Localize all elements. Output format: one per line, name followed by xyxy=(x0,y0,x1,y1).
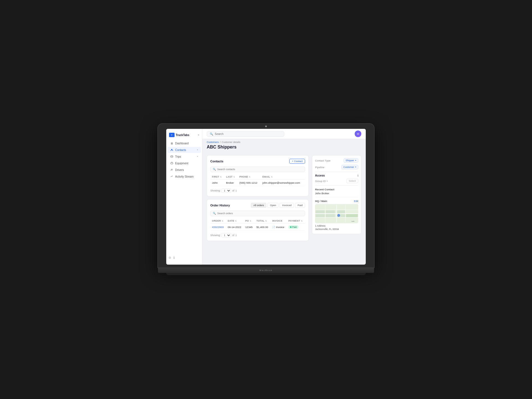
orders-total: 1 xyxy=(236,234,237,237)
order-col-date[interactable]: DATE ⇅ xyxy=(226,218,244,224)
help-icon[interactable]: ℹ xyxy=(173,256,175,260)
svg-rect-14 xyxy=(326,214,335,217)
invoice-doc-icon: 📄 xyxy=(272,226,275,229)
avatar[interactable]: U xyxy=(355,131,361,137)
trips-icon xyxy=(170,155,173,158)
svg-rect-17 xyxy=(316,214,325,217)
logo-text: TruckTabs xyxy=(176,134,189,137)
sort-payment-icon: ⇅ xyxy=(301,220,303,222)
order-col-invoice[interactable]: INVOICE xyxy=(270,218,287,224)
sidebar-label-trips: Trips xyxy=(175,155,181,158)
orders-table: ORDER ⇅ DATE ⇅ PO ⇅ TOTAL ⇅ INVOICE PAYM… xyxy=(210,218,305,231)
page-content: Contacts + Contact 🔍 xyxy=(202,152,366,265)
contacts-col-first[interactable]: FIRST ⇅ xyxy=(210,174,224,180)
orders-pagination: Showing: 1 of 1 xyxy=(210,233,305,237)
search-orders-input[interactable] xyxy=(217,212,303,215)
recent-contact-name: John Broker xyxy=(315,192,358,195)
sort-total-icon: ⇅ xyxy=(265,220,267,222)
order-history-header: Order History All orders Open Invoiced P… xyxy=(210,203,305,208)
contacts-card-title: Contacts xyxy=(210,160,223,163)
hq-edit-link[interactable]: Edit xyxy=(354,200,358,203)
top-bar-right: U xyxy=(355,131,361,137)
paid-badge: Paid xyxy=(288,225,298,229)
contacts-of: of xyxy=(232,189,234,192)
order-col-payment[interactable]: PAYMENT ⇅ xyxy=(287,218,305,224)
page-title-area: ABC Shippers xyxy=(202,144,366,152)
contacts-col-last[interactable]: LAST ⇅ xyxy=(224,174,238,180)
contacts-table: FIRST ⇅ LAST ⇅ PHONE ⇅ EMAIL ⇅ J xyxy=(210,174,305,186)
sort-email-icon: ⇅ xyxy=(271,176,273,178)
contact-type-card: Contact Type Shipper ▾ Pipeline xyxy=(312,155,361,234)
search-contacts-wrapper: 🔍 xyxy=(210,167,305,172)
camera xyxy=(265,126,267,127)
order-history-card: Order History All orders Open Invoiced P… xyxy=(207,199,309,241)
contacts-page-select[interactable]: 1 xyxy=(222,188,231,193)
sidebar-item-activity[interactable]: Activity Stream xyxy=(167,173,201,180)
svg-rect-2 xyxy=(171,163,173,164)
sort-last-icon: ⇅ xyxy=(233,176,235,178)
contacts-total: 1 xyxy=(236,189,237,192)
search-orders-wrapper: 🔍 xyxy=(210,211,305,216)
access-info-icon[interactable]: ℹ xyxy=(357,174,358,177)
order-col-total[interactable]: TOTAL ⇅ xyxy=(255,218,271,224)
filter-tab-all[interactable]: All orders xyxy=(251,203,266,208)
sidebar: T TruckTabs ≡ ⊞ Dashboard xyxy=(166,129,202,265)
breadcrumb-area: Customers / Customer details xyxy=(202,139,366,144)
logo-icon: T xyxy=(169,133,175,137)
hq-section: HQ / Main Edit xyxy=(315,200,358,231)
search-icon: 🔍 xyxy=(210,132,213,135)
filter-tab-paid[interactable]: Paid xyxy=(295,203,305,208)
sidebar-label-dashboard: Dashboard xyxy=(175,142,189,145)
sidebar-item-dashboard[interactable]: ⊞ Dashboard xyxy=(167,140,201,146)
search-bar-wrapper: 🔍 xyxy=(207,131,284,137)
sidebar-label-drivers: Drivers xyxy=(175,168,184,172)
order-number-link[interactable]: #2022003 xyxy=(212,226,224,229)
paid-dot xyxy=(290,226,291,228)
sort-first-icon: ⇅ xyxy=(220,176,222,178)
sidebar-label-contacts: Contacts xyxy=(175,149,186,152)
trips-expand-arrow: ▾ xyxy=(197,155,198,158)
address-line1: 1 Address xyxy=(315,224,358,228)
orders-of: of xyxy=(232,234,234,237)
table-row: John Broker (555) 555-1212 john.shipper@… xyxy=(210,180,305,186)
sidebar-item-equipment[interactable]: Equipment xyxy=(167,160,201,166)
sidebar-item-drivers[interactable]: Drivers xyxy=(167,167,201,173)
contacts-col-phone[interactable]: PHONE ⇅ xyxy=(238,174,261,180)
search-input[interactable] xyxy=(215,132,281,135)
contact-type-select[interactable]: Shipper ▾ xyxy=(344,158,358,163)
group-id-select[interactable]: Select xyxy=(346,179,358,183)
group-id-row: Group ID ℹ Select xyxy=(315,179,358,183)
sidebar-item-contacts[interactable]: Contacts ▾ xyxy=(167,147,201,153)
sidebar-toggle[interactable]: ≡ xyxy=(198,134,199,136)
filter-tab-invoiced[interactable]: Invoiced xyxy=(280,203,294,208)
activity-icon xyxy=(170,175,173,178)
divider-1 xyxy=(315,172,358,172)
dashboard-icon: ⊞ xyxy=(170,142,173,145)
sort-phone-icon: ⇅ xyxy=(249,176,250,178)
search-contacts-icon: 🔍 xyxy=(213,168,216,171)
sidebar-label-activity: Activity Stream xyxy=(175,175,194,178)
settings-icon[interactable]: ⚙ xyxy=(168,256,171,260)
breadcrumb-separator: / xyxy=(220,141,221,144)
equipment-icon xyxy=(170,162,173,165)
right-column: Contact Type Shipper ▾ Pipeline xyxy=(312,155,361,261)
order-col-order[interactable]: ORDER ⇅ xyxy=(210,218,226,224)
add-contact-button[interactable]: + Contact xyxy=(289,159,305,164)
breadcrumb-parent[interactable]: Customers xyxy=(207,141,219,144)
filter-tab-open[interactable]: Open xyxy=(267,203,278,208)
pipeline-arrow: ▾ xyxy=(355,166,356,168)
top-bar: 🔍 U xyxy=(202,129,366,139)
contacts-col-email[interactable]: EMAIL ⇅ xyxy=(261,174,305,180)
order-col-po[interactable]: PO ⇅ xyxy=(244,218,255,224)
svg-point-3 xyxy=(171,169,172,170)
pipeline-select[interactable]: Customer ▾ xyxy=(341,165,358,169)
pipeline-row: Pipeline Customer ▾ xyxy=(315,165,358,169)
contacts-icon xyxy=(170,148,173,152)
orders-page-select[interactable]: 1 xyxy=(222,233,231,237)
screen-bezel: T TruckTabs ≡ ⊞ Dashboard xyxy=(158,124,374,267)
table-row: #2022003 06-14-2022 12345 $1,400.00 📄 In… xyxy=(210,224,305,231)
search-contacts-input[interactable] xyxy=(217,168,303,171)
pipeline-label: Pipeline xyxy=(315,166,324,169)
sidebar-item-trips[interactable]: Trips ▾ xyxy=(167,154,201,160)
app-layout: T TruckTabs ≡ ⊞ Dashboard xyxy=(166,129,366,265)
